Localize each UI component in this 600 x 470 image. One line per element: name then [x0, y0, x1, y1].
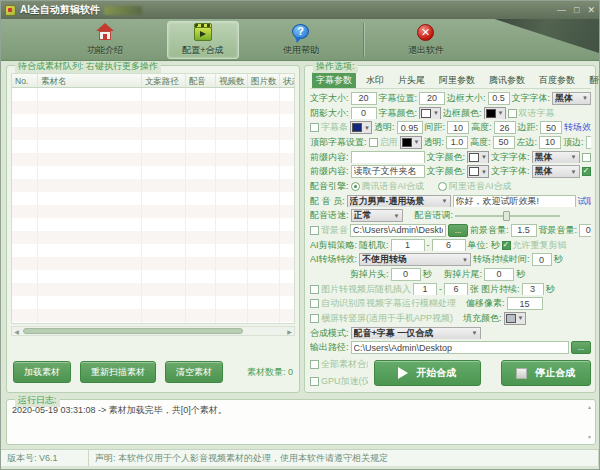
play-icon [398, 367, 408, 379]
stop-compose-label: 停止合成 [535, 366, 575, 380]
text-size-input[interactable] [351, 92, 377, 105]
close-button[interactable]: ✕ [587, 4, 595, 16]
load-material-button[interactable]: 加载素材 [13, 361, 71, 383]
tab-baidu-params[interactable]: 百度参数 [535, 72, 579, 88]
tab-subtitle-params[interactable]: 字幕参数 [312, 72, 356, 88]
tab-translate-api[interactable]: 翻译API [585, 72, 600, 88]
bar-opacity-input[interactable] [397, 121, 423, 134]
toolbar-item-help[interactable]: ? 使用帮助 [265, 21, 337, 59]
preview-text-input[interactable] [453, 195, 576, 208]
subtitle-bar-checkbox[interactable] [310, 123, 319, 132]
chevron-down-icon: ▼ [431, 110, 439, 116]
bilingual-checkbox[interactable] [508, 109, 517, 118]
cut-tail-input[interactable] [484, 268, 514, 281]
offset-label: 偏移像素: [466, 297, 505, 310]
toolbar-item-exit[interactable]: ✕ 退出软件 [390, 21, 462, 59]
prefix1-font-select[interactable]: 黑体▼ [532, 151, 580, 164]
horizontal-scrollbar[interactable]: ◀ ▶ [11, 326, 295, 336]
start-compose-button[interactable]: 开始合成 [374, 360, 481, 386]
engine-ali-radio[interactable] [438, 182, 447, 191]
bg-volume-input[interactable] [579, 224, 591, 237]
gpu-checkbox[interactable] [310, 377, 319, 386]
transition-select-value: 不使用转场 [362, 253, 460, 266]
fill-color-picker[interactable]: ▼ [504, 312, 526, 325]
log-scrollbar[interactable]: ▲▼ [586, 404, 593, 440]
fg-volume-input[interactable] [511, 224, 537, 237]
toolbar-item-config-compose[interactable]: 配置+合成 [167, 21, 239, 59]
border-size-input[interactable] [488, 92, 510, 105]
vertical-checkbox[interactable] [310, 314, 319, 323]
shutdown-checkbox[interactable] [310, 360, 319, 369]
scroll-down-arrow-icon[interactable]: ▼ [587, 434, 592, 440]
bgm-browse-button[interactable]: ... [448, 224, 468, 237]
tab-intro-outro[interactable]: 片头尾 [394, 72, 429, 88]
maximize-button[interactable]: □ [574, 4, 579, 16]
tab-ali-params[interactable]: 阿里参数 [435, 72, 479, 88]
tone-slider[interactable] [455, 211, 560, 221]
image-max-input[interactable] [444, 283, 468, 296]
transition-effect-link[interactable]: 转场效果 [564, 121, 591, 134]
help-icon: ? [290, 23, 312, 43]
font-select[interactable]: 黑体▼ [552, 92, 591, 105]
output-path-input[interactable] [351, 341, 569, 354]
clear-material-button[interactable]: 清空素材 [165, 361, 223, 383]
top-edge-input[interactable] [586, 136, 591, 149]
clip-min-input[interactable] [391, 239, 425, 252]
scroll-left-arrow-icon[interactable]: ◀ [12, 328, 21, 335]
minimize-button[interactable]: — [557, 4, 566, 16]
prefix1-color-picker[interactable]: ▼ [467, 151, 489, 164]
border-color-picker[interactable]: ▼ [484, 107, 506, 120]
actor-select[interactable]: 活力男声-通用场景▼ [347, 195, 451, 208]
engine-tencent-radio[interactable] [351, 182, 360, 191]
clip-max-input[interactable] [432, 239, 466, 252]
offset-input[interactable] [507, 297, 543, 310]
image-min-input[interactable] [413, 283, 437, 296]
prefix2-color-picker[interactable]: ▼ [467, 165, 489, 178]
bar-gap-input[interactable] [447, 121, 469, 134]
bar-opacity-label: 透明: [374, 121, 395, 134]
prefix2-font-select[interactable]: 黑体▼ [532, 165, 580, 178]
top-opacity-input[interactable] [446, 136, 468, 149]
subtitle-position-input[interactable] [419, 92, 445, 105]
tab-tencent-params[interactable]: 腾讯参数 [485, 72, 529, 88]
tab-watermark[interactable]: 水印 [362, 72, 388, 88]
bar-color-picker[interactable]: ▼ [350, 121, 372, 134]
scrollbar-thumb[interactable] [23, 328, 243, 334]
blur-checkbox[interactable] [310, 299, 319, 308]
image-insert-checkbox[interactable] [310, 285, 319, 294]
top-subtitle-enable-checkbox[interactable] [369, 138, 378, 147]
stop-compose-button[interactable]: 停止合成 [501, 360, 591, 386]
output-browse-button[interactable]: ... [571, 341, 591, 354]
toolbar-item-intro[interactable]: 功能介绍 [69, 21, 141, 59]
slider-thumb[interactable] [503, 211, 510, 221]
row-vertical: 横屏转竖屏(适用于手机APP视频) 填充颜色: ▼ [310, 312, 591, 325]
speed-select[interactable]: 正常▼ [351, 209, 403, 222]
transition-select[interactable]: 不使用转场▼ [359, 253, 471, 266]
bgm-checkbox[interactable] [310, 226, 319, 235]
queue-table-body[interactable] [11, 88, 295, 324]
prefix1-italic-checkbox[interactable] [582, 153, 591, 162]
prefix2-input[interactable] [351, 165, 425, 178]
listen-link[interactable]: 试听 [578, 195, 591, 208]
subtitle-color-picker[interactable]: ▼ [419, 107, 441, 120]
text-size-label: 文字大小: [310, 92, 349, 105]
prefix1-input[interactable] [351, 151, 425, 164]
top-bar-color-picker[interactable]: ▼ [400, 136, 422, 149]
scroll-right-arrow-icon[interactable]: ▶ [285, 328, 294, 335]
bar-height-input[interactable] [494, 121, 516, 134]
cut-head-input[interactable] [391, 268, 421, 281]
mode-select[interactable]: 配音+字幕 一仅合成▼ [351, 327, 481, 340]
image-duration-input[interactable] [522, 283, 544, 296]
bgm-path-input[interactable] [350, 224, 446, 237]
transition-duration-input[interactable] [532, 253, 552, 266]
prefix2-italic-checkbox[interactable] [582, 167, 591, 176]
shadow-size-input[interactable] [351, 107, 377, 120]
top-height-input[interactable] [493, 136, 515, 149]
top-left-input[interactable] [539, 136, 561, 149]
log-output[interactable]: 2020-05-19 03:31:08 -> 素材加载完毕，共[0]个素材。 [12, 404, 585, 441]
bar-margin-input[interactable] [540, 121, 562, 134]
rescan-material-button[interactable]: 重新扫描素材 [80, 361, 156, 383]
scroll-up-arrow-icon[interactable]: ▲ [587, 404, 592, 410]
repeat-checkbox[interactable] [502, 241, 511, 250]
blur-label: 自动识别原视频字幕运行模糊处理 [321, 297, 456, 310]
